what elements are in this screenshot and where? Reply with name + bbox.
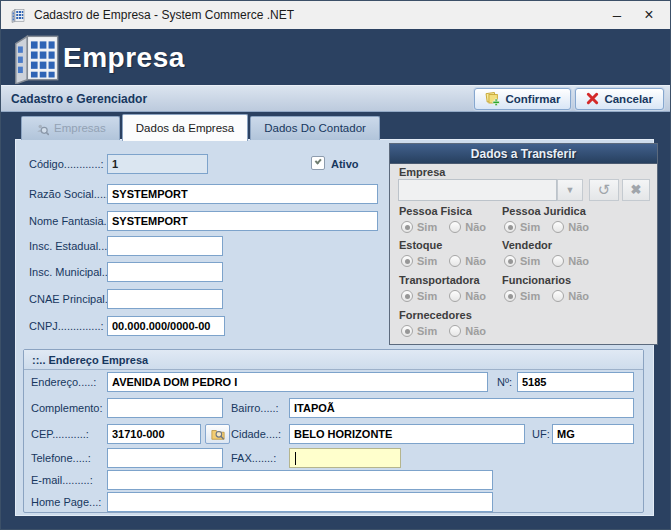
confirm-notes-icon — [485, 91, 500, 106]
radio-sim[interactable] — [504, 221, 516, 233]
insc-municipal-label: Insc. Municipal..: — [29, 266, 111, 278]
transfer-group-fornecedores: Fornecedores Sim Não — [399, 309, 498, 337]
razao-social-input[interactable] — [107, 184, 378, 204]
radio-nao[interactable] — [552, 221, 564, 233]
uf-label: UF: — [532, 428, 550, 440]
search-user-icon — [35, 122, 49, 136]
combo-dropdown-button[interactable]: ▼ — [557, 179, 583, 201]
cnae-input[interactable] — [107, 289, 223, 309]
clear-x-icon: ✖ — [631, 182, 642, 197]
transfer-group-label: Vendedor — [502, 239, 601, 251]
nome-fantasia-input[interactable] — [107, 211, 378, 231]
combo-refresh-button[interactable]: ↺ — [589, 179, 619, 201]
transfer-group-funcionarios: Funcionarios Sim Não — [502, 274, 601, 302]
ativo-checkbox[interactable] — [311, 156, 325, 170]
section-title: Cadastro e Gerenciador — [11, 92, 147, 106]
check-icon — [315, 157, 322, 164]
transfer-group-label: Pessoa Juridica — [502, 205, 601, 217]
bairro-input[interactable] — [289, 398, 634, 418]
uf-input[interactable] — [552, 424, 634, 444]
email-label: E-mail.........: — [31, 474, 93, 486]
complemento-input[interactable] — [107, 398, 223, 418]
endereco-empresa-group: ::.. Endereço Empresa Endereço.....: Nº:… — [23, 349, 644, 513]
radio-nao[interactable] — [449, 255, 461, 267]
cancel-x-icon — [586, 92, 599, 105]
transfer-group-label: Fornecedores — [399, 309, 498, 321]
radio-nao-label: Não — [568, 221, 589, 233]
app-building-icon — [10, 7, 26, 23]
radio-nao-label: Não — [465, 255, 486, 267]
building-icon — [11, 32, 61, 84]
tab-empresas[interactable]: Empresas — [21, 116, 120, 140]
endereco-label: Endereço.....: — [31, 376, 96, 388]
radio-sim-label: Sim — [520, 255, 540, 267]
radio-nao-label: Não — [465, 325, 486, 337]
insc-municipal-input[interactable] — [107, 262, 223, 282]
cep-search-button[interactable] — [205, 424, 230, 444]
radio-nao[interactable] — [552, 290, 564, 302]
empresa-combo-field[interactable] — [398, 179, 557, 201]
combo-clear-button[interactable]: ✖ — [622, 179, 650, 201]
fax-input-focused[interactable] — [289, 448, 401, 468]
radio-nao-label: Não — [568, 290, 589, 302]
page-title: Empresa — [63, 42, 185, 74]
radio-sim[interactable] — [504, 290, 516, 302]
radio-nao[interactable] — [449, 325, 461, 337]
codigo-input[interactable] — [107, 154, 208, 174]
minimize-button[interactable]: – — [602, 1, 632, 29]
numero-input[interactable] — [517, 372, 634, 392]
cancel-button[interactable]: Cancelar — [575, 88, 664, 110]
header-banner: Empresa — [1, 29, 670, 85]
chevron-down-icon: ▼ — [566, 185, 575, 195]
title-bar: Cadastro de Empresa - System Commerce .N… — [1, 1, 670, 29]
window-title: Cadastro de Empresa - System Commerce .N… — [34, 8, 294, 22]
telefone-input[interactable] — [107, 448, 223, 468]
cep-label: CEP...........: — [31, 428, 89, 440]
radio-sim[interactable] — [504, 255, 516, 267]
complemento-label: Complemento: — [31, 402, 103, 414]
tab-dados-da-empresa-label: Dados da Empresa — [136, 115, 234, 141]
transfer-group-pessoa-fisica: Pessoa Fisica Sim Não — [399, 205, 498, 233]
text-caret — [295, 452, 296, 465]
radio-sim[interactable] — [401, 221, 413, 233]
ativo-label: Ativo — [331, 158, 359, 170]
cnpj-input[interactable] — [107, 316, 225, 336]
radio-nao[interactable] — [449, 221, 461, 233]
close-button[interactable]: × — [634, 1, 664, 29]
homepage-input[interactable] — [107, 492, 493, 512]
radio-sim[interactable] — [401, 325, 413, 337]
empresa-combo: ▼ ↺ ✖ — [398, 179, 650, 201]
tab-dados-do-contador[interactable]: Dados Do Contador — [250, 116, 380, 140]
tab-strip: Empresas Dados da Empresa Dados Do Conta… — [21, 113, 380, 140]
radio-sim[interactable] — [401, 255, 413, 267]
cep-input[interactable] — [107, 424, 201, 444]
radio-sim-label: Sim — [417, 255, 437, 267]
radio-nao[interactable] — [552, 255, 564, 267]
tab-dados-da-empresa[interactable]: Dados da Empresa — [122, 114, 248, 141]
nome-fantasia-label: Nome Fantasia..: — [29, 215, 113, 227]
transfer-group-vendedor: Vendedor Sim Não — [502, 239, 601, 267]
homepage-label: Home Page...: — [31, 496, 101, 508]
radio-nao[interactable] — [449, 290, 461, 302]
transfer-group-transportadora: Transportadora Sim Não — [399, 274, 498, 302]
form-panel: Código............: Ativo Razão Social..… — [15, 139, 654, 516]
transfer-group-label: Transportadora — [399, 274, 498, 286]
insc-estadual-input[interactable] — [107, 236, 223, 256]
cancel-button-label: Cancelar — [604, 93, 653, 105]
radio-sim[interactable] — [401, 290, 413, 302]
radio-sim-label: Sim — [520, 290, 540, 302]
transfer-panel-title: Dados a Transferir — [390, 144, 657, 164]
section-header: Cadastro e Gerenciador Confirmar Cancela… — [1, 85, 670, 112]
bairro-label: Bairro.....: — [231, 402, 279, 414]
confirm-button[interactable]: Confirmar — [474, 88, 571, 110]
razao-social-label: Razão Social.....: — [29, 188, 112, 200]
cnae-label: CNAE Principal.: — [29, 293, 111, 305]
email-input[interactable] — [107, 470, 493, 490]
folder-search-icon — [210, 427, 226, 441]
endereco-input[interactable] — [107, 372, 488, 392]
refresh-icon: ↺ — [598, 181, 611, 198]
telefone-label: Telefone.....: — [31, 452, 91, 464]
cidade-input[interactable] — [289, 424, 525, 444]
tab-dados-do-contador-label: Dados Do Contador — [264, 117, 366, 140]
radio-nao-label: Não — [568, 255, 589, 267]
